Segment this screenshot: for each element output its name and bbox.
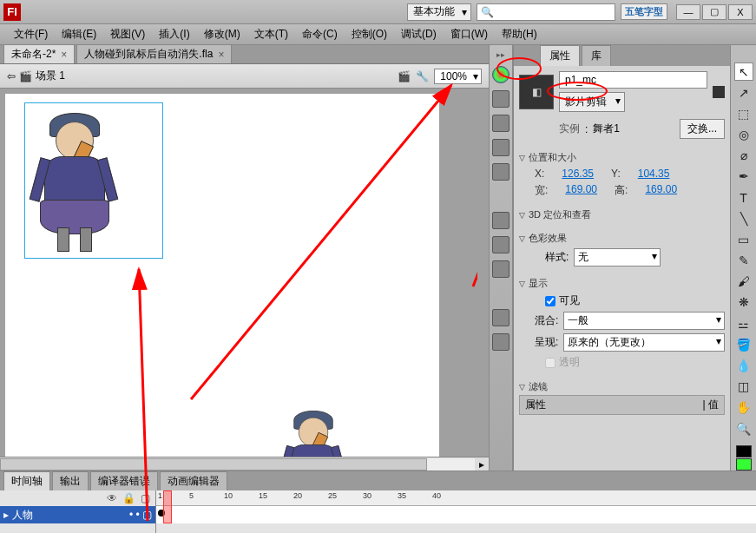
library-icon[interactable] (492, 212, 509, 229)
eraser-tool[interactable]: ◫ (734, 378, 753, 396)
outline-header-icon[interactable]: ▢ (141, 492, 150, 504)
ruler-35: 35 (398, 491, 406, 500)
text-tool[interactable]: T (734, 188, 753, 207)
eyedropper-tool[interactable]: 💧 (734, 356, 753, 374)
swap-button[interactable]: 交换... (680, 119, 725, 139)
timeline-tab[interactable]: 时间轴 (3, 471, 50, 490)
w-value[interactable]: 169.00 (565, 183, 597, 198)
horizontal-scrollbar[interactable]: ▸ (0, 457, 489, 470)
close-icon[interactable]: × (61, 49, 67, 61)
menu-control[interactable]: 控制(O) (345, 25, 394, 43)
visible-label: 可见 (559, 293, 580, 308)
menu-commands[interactable]: 命令(C) (295, 25, 345, 43)
section-filters[interactable]: 滤镜 (519, 378, 725, 395)
properties-tab[interactable]: 属性 (540, 45, 580, 66)
scene-name[interactable]: 场景 1 (36, 69, 65, 83)
paint-bucket-tool[interactable]: 🪣 (734, 335, 753, 353)
menu-text[interactable]: 文本(T) (247, 25, 295, 43)
zoom-tool[interactable]: 🔍 (734, 419, 753, 438)
edit-scene-icon[interactable]: 🎬 (398, 70, 411, 82)
edit-symbol-icon[interactable]: 🔧 (416, 70, 429, 82)
h-value[interactable]: 169.00 (645, 183, 677, 198)
motion-icon[interactable] (492, 333, 509, 351)
fill-color-swatch[interactable] (736, 458, 752, 470)
search-input[interactable]: 🔍 (477, 3, 615, 21)
bone-tool[interactable]: ⚍ (734, 314, 753, 332)
visible-checkbox[interactable] (545, 296, 555, 306)
blend-label: 混合: (535, 313, 558, 328)
stroke-color-swatch[interactable] (736, 445, 752, 457)
minimize-button[interactable]: — (676, 4, 700, 20)
maximize-button[interactable]: ▢ (702, 4, 726, 20)
document-tab[interactable]: 人物碰到鼠标后自动消失.fla× (76, 44, 232, 63)
brush-tool[interactable]: 🖌 (734, 273, 753, 291)
deco-tool[interactable]: ❋ (734, 293, 753, 312)
visibility-header-icon[interactable]: 👁 (107, 492, 117, 504)
lock-header-icon[interactable]: 🔒 (122, 492, 135, 504)
close-button[interactable]: X (728, 4, 753, 20)
x-value[interactable]: 126.35 (562, 168, 594, 180)
menu-window[interactable]: 窗口(W) (444, 25, 495, 43)
ruler-10: 10 (224, 491, 233, 500)
section-position-size[interactable]: 位置和大小 (519, 149, 725, 166)
menu-file[interactable]: 文件(F) (7, 25, 55, 43)
instance-type-dropdown[interactable]: 影片剪辑 (559, 92, 625, 112)
compiler-errors-tab[interactable]: 编译器错误 (90, 471, 158, 490)
menu-insert[interactable]: 插入(I) (152, 25, 196, 43)
line-tool[interactable]: ╲ (734, 209, 753, 227)
stage[interactable] (5, 94, 439, 457)
y-value[interactable]: 104.35 (638, 168, 670, 180)
render-dropdown[interactable]: 原来的（无更改） (563, 333, 725, 352)
menu-modify[interactable]: 修改(M) (197, 25, 247, 43)
free-transform-tool[interactable]: ⬚ (734, 104, 753, 122)
transform-icon[interactable] (492, 163, 509, 181)
menu-debug[interactable]: 调试(D) (394, 25, 444, 43)
color-indicator-icon[interactable] (713, 86, 725, 98)
y-label: Y: (611, 168, 621, 180)
close-icon[interactable]: × (218, 49, 224, 61)
align-icon[interactable] (492, 115, 509, 132)
h-label: 高: (615, 183, 628, 198)
zoom-dropdown[interactable]: 100% (434, 69, 482, 84)
pen-tool[interactable]: ✒ (734, 168, 753, 186)
selection-tool[interactable]: ↖ (734, 63, 753, 81)
pencil-tool[interactable]: ✎ (734, 252, 753, 270)
ruler-40: 40 (432, 491, 441, 500)
grid-icon[interactable] (492, 90, 509, 108)
instance-name-input[interactable]: p1_mc (559, 71, 707, 89)
section-display[interactable]: 显示 (519, 275, 725, 292)
palette-icon[interactable] (492, 66, 509, 83)
character-instance-1[interactable] (31, 106, 118, 253)
align2-icon[interactable] (492, 260, 509, 278)
ruler-1: 1 (158, 491, 162, 500)
library-tab[interactable]: 库 (582, 45, 611, 66)
character-instance-2[interactable] (279, 405, 347, 457)
back-icon[interactable]: ⇦ (7, 70, 16, 82)
menu-view[interactable]: 视图(V) (103, 25, 152, 43)
document-tab-active[interactable]: 未命名-2*× (3, 44, 75, 63)
project-icon[interactable] (492, 309, 509, 326)
output-tab[interactable]: 输出 (52, 471, 89, 490)
frame-ruler[interactable]: 1 5 10 15 20 25 30 35 40 (156, 490, 756, 506)
style-dropdown[interactable]: 无 (574, 248, 661, 266)
blend-dropdown[interactable]: 一般 (563, 312, 725, 330)
motion-editor-tab[interactable]: 动画编辑器 (160, 471, 227, 490)
workspace-dropdown[interactable]: 基本功能 (407, 3, 471, 21)
frame-row[interactable] (156, 506, 756, 523)
rectangle-tool[interactable]: ▭ (734, 230, 753, 248)
menu-edit[interactable]: 编辑(E) (55, 25, 103, 43)
playhead[interactable] (163, 490, 172, 523)
hand-tool[interactable]: ✋ (734, 398, 753, 417)
history-icon[interactable] (492, 236, 509, 253)
lasso-tool[interactable]: ⌀ (734, 147, 753, 165)
subselection-tool[interactable]: ↗ (734, 83, 753, 102)
info-icon[interactable] (492, 139, 509, 156)
menu-help[interactable]: 帮助(H) (495, 25, 544, 43)
ime-badge[interactable]: 五笔字型 (621, 3, 667, 20)
layer-row[interactable]: ▸ 人物• • ▢ (0, 506, 155, 523)
transparent-checkbox (545, 358, 555, 368)
section-color-effect[interactable]: 色彩效果 (519, 230, 725, 247)
section-3d[interactable]: 3D 定位和查看 (519, 207, 725, 223)
3d-rotation-tool[interactable]: ◎ (734, 126, 753, 144)
instance-of: 舞者1 (593, 122, 620, 136)
